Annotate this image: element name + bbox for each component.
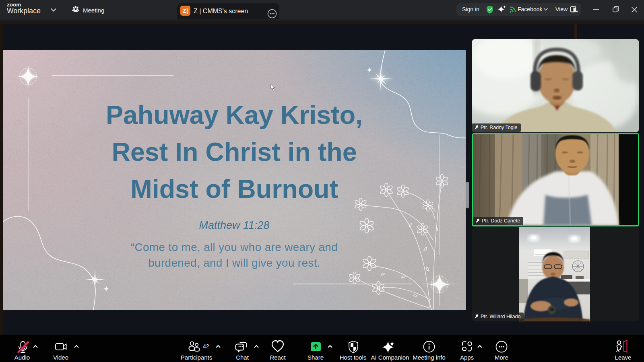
svg-text:Video: Video — [53, 354, 68, 361]
svg-text:Participants: Participants — [181, 354, 212, 361]
svg-text:AI Companion: AI Companion — [371, 354, 409, 361]
svg-text:Meeting info: Meeting info — [413, 354, 446, 361]
svg-text:More: More — [495, 354, 508, 361]
svg-text:Share: Share — [308, 354, 324, 361]
svg-text:Audio: Audio — [14, 354, 30, 361]
svg-text:Apps: Apps — [460, 354, 474, 361]
svg-text:Chat: Chat — [236, 354, 249, 361]
svg-text:Host tools: Host tools — [340, 354, 367, 361]
svg-text:React: React — [270, 354, 286, 361]
svg-text:42: 42 — [203, 343, 209, 350]
svg-text:Leave: Leave — [615, 354, 632, 361]
